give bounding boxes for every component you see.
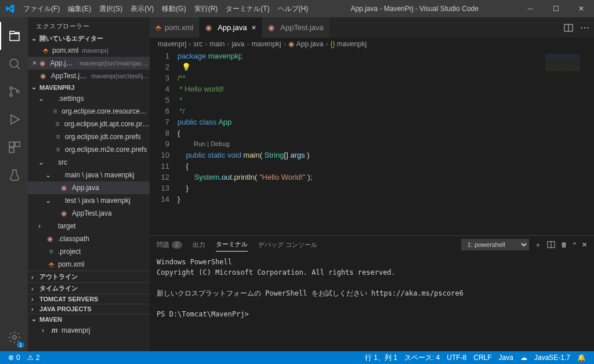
tree-item[interactable]: ≡org.eclipse.jdt.apt.core.prefs	[28, 118, 150, 130]
sidebar: エクスプローラー ⌄開いているエディター ⬘pom.xmlmavenprj×◉A…	[28, 17, 150, 351]
editor-tab[interactable]: ⬘pom.xml	[150, 17, 200, 38]
menu-item[interactable]: 選択(S)	[96, 4, 126, 14]
tree-item[interactable]: ≡org.eclipse.jdt.core.prefs	[28, 130, 150, 143]
split-editor-icon[interactable]	[564, 23, 573, 32]
source-control-icon[interactable]	[0, 78, 28, 105]
status-item[interactable]: CRLF	[470, 353, 495, 363]
terminal-select[interactable]: 1: powershell	[461, 239, 529, 250]
explorer-icon[interactable]	[0, 22, 28, 50]
titlebar: ファイル(F)編集(E)選択(S)表示(V)移動(G)実行(R)ターミナル(T)…	[0, 0, 594, 17]
more-actions-icon[interactable]: ⋯	[580, 22, 589, 33]
section-header[interactable]: ›アウトライン	[28, 271, 150, 282]
tree-item[interactable]: ◉.classpath	[28, 232, 150, 245]
panel-tabs: 問題2出力ターミナルデバッグ コンソール 1: powershell ＋ 🗑 ^…	[150, 236, 594, 253]
run-debug-icon[interactable]	[0, 105, 28, 133]
breadcrumb-item[interactable]: {} mavenpkj	[330, 40, 367, 48]
section-header[interactable]: ›タイムライン	[28, 282, 150, 294]
breadcrumb-item[interactable]: ◉App.java	[288, 40, 324, 48]
section-header[interactable]: ›TOMCAT SERVERS	[28, 294, 150, 304]
breadcrumb-item[interactable]: mavenprj	[158, 40, 186, 48]
maximize-button[interactable]: ☐	[543, 0, 568, 17]
open-editors-header[interactable]: ⌄開いているエディター	[28, 33, 150, 44]
menu-item[interactable]: 表示(V)	[127, 4, 157, 14]
svg-rect-4	[9, 142, 14, 147]
svg-point-7	[13, 336, 16, 339]
extensions-icon[interactable]	[0, 133, 28, 161]
tree-item[interactable]: ⌄src	[28, 156, 150, 169]
status-item[interactable]: ⚠2	[24, 354, 44, 362]
tree-item[interactable]: ◉App.java	[28, 181, 150, 194]
tree-item[interactable]: ⌄.settings	[28, 92, 150, 105]
tree-item[interactable]: ≡.project	[28, 245, 150, 258]
new-terminal-icon[interactable]: ＋	[535, 241, 541, 249]
panel-tab[interactable]: 出力	[193, 238, 205, 252]
section-header[interactable]: ›JAVA PROJECTS	[28, 304, 150, 314]
minimap[interactable]	[542, 50, 594, 235]
tree-item[interactable]: ⬘pom.xml	[28, 258, 150, 271]
panel-tab[interactable]: 問題2	[157, 238, 182, 252]
status-item[interactable]: 🔔	[574, 353, 589, 363]
menu-item[interactable]: ファイル(F)	[20, 4, 63, 14]
split-terminal-icon[interactable]	[547, 241, 555, 249]
tree-item[interactable]: ≡org.eclipse.m2e.core.prefs	[28, 143, 150, 156]
editor-tab[interactable]: ◉AppTest.java	[262, 17, 329, 38]
activity-bar	[0, 17, 28, 351]
testing-icon[interactable]	[0, 161, 28, 189]
window-title: App.java - MavenPrj - Visual Studio Code	[312, 5, 517, 13]
menu-item[interactable]: ヘルプ(H)	[274, 4, 312, 14]
bottom-panel: 問題2出力ターミナルデバッグ コンソール 1: powershell ＋ 🗑 ^…	[150, 235, 594, 351]
status-item[interactable]: 行 1、列 1	[361, 353, 401, 363]
terminal-body[interactable]: Windows PowerShell Copyright (C) Microso…	[150, 253, 594, 351]
tree-item[interactable]: ⌄main \ java \ mavenpkj	[28, 169, 150, 181]
tree-item[interactable]: ⌄test \ java \ mavenpkj	[28, 194, 150, 207]
kill-terminal-icon[interactable]: 🗑	[561, 241, 567, 248]
tree-item[interactable]: ›target	[28, 220, 150, 232]
status-item[interactable]: スペース: 4	[401, 353, 443, 363]
maximize-panel-icon[interactable]: ^	[573, 241, 576, 248]
maven-item[interactable]: ›mmavenprj	[28, 324, 150, 337]
project-header[interactable]: ⌄MAVENPRJ	[28, 82, 150, 92]
search-icon[interactable]	[0, 50, 28, 78]
svg-rect-6	[9, 148, 14, 152]
close-button[interactable]: ✕	[568, 0, 594, 17]
menu-item[interactable]: 編集(E)	[64, 4, 95, 14]
status-item[interactable]: JavaSE-1.7	[531, 353, 574, 363]
open-editor-item[interactable]: ×◉App.javamavenprj\src\main\java\...	[28, 57, 150, 70]
panel-tab[interactable]: デバッグ コンソール	[258, 238, 317, 252]
status-item[interactable]: UTF-8	[443, 353, 470, 363]
breadcrumb-item[interactable]: java	[231, 40, 244, 48]
tree-item[interactable]: ◉AppTest.java	[28, 207, 150, 220]
status-item[interactable]: ☁	[517, 353, 531, 363]
editor-area: ⬘pom.xml◉App.java×◉AppTest.java ⋯ mavenp…	[150, 17, 594, 351]
close-panel-icon[interactable]: ✕	[582, 241, 587, 249]
menu-item[interactable]: ターミナル(T)	[222, 4, 273, 14]
open-editor-item[interactable]: ⬘pom.xmlmavenprj	[28, 44, 150, 57]
editor-tab[interactable]: ◉App.java×	[200, 17, 262, 38]
status-item[interactable]: ⊗0	[5, 354, 24, 362]
svg-point-2	[10, 94, 12, 96]
breadcrumb-item[interactable]: main	[209, 40, 224, 48]
menu-item[interactable]: 実行(R)	[191, 4, 222, 14]
editor-tabs: ⬘pom.xml◉App.java×◉AppTest.java ⋯	[150, 17, 594, 38]
breadcrumb-item[interactable]: mavenpkj	[251, 40, 281, 48]
svg-point-1	[10, 87, 12, 89]
close-tab-icon[interactable]: ×	[252, 23, 256, 32]
menu-bar: ファイル(F)編集(E)選択(S)表示(V)移動(G)実行(R)ターミナル(T)…	[20, 4, 312, 14]
code-content[interactable]: package mavenpkj; 💡/** * Hello world! * …	[178, 50, 542, 235]
breadcrumb[interactable]: mavenprj›src›main›java›mavenpkj›◉App.jav…	[150, 38, 594, 50]
codelens[interactable]: Run | Debug	[178, 139, 542, 150]
status-item[interactable]: Java	[495, 353, 517, 363]
close-icon[interactable]: ×	[32, 59, 37, 67]
manage-gear-icon[interactable]	[0, 323, 28, 351]
line-gutter: 1234567891011121314	[150, 50, 178, 235]
svg-point-0	[10, 59, 18, 67]
maven-header[interactable]: ⌄MAVEN	[28, 314, 150, 324]
minimize-button[interactable]: ─	[517, 0, 543, 17]
breadcrumb-item[interactable]: src	[193, 40, 202, 48]
sidebar-title: エクスプローラー	[28, 17, 150, 33]
open-editor-item[interactable]: ◉AppTest.javamavenprj\src\test\jav...	[28, 70, 150, 82]
menu-item[interactable]: 移動(G)	[158, 4, 189, 14]
tree-item[interactable]: ≡org.eclipse.core.resources.prefs	[28, 105, 150, 118]
code-editor[interactable]: 1234567891011121314 package mavenpkj; 💡/…	[150, 50, 594, 235]
panel-tab[interactable]: ターミナル	[216, 238, 248, 252]
